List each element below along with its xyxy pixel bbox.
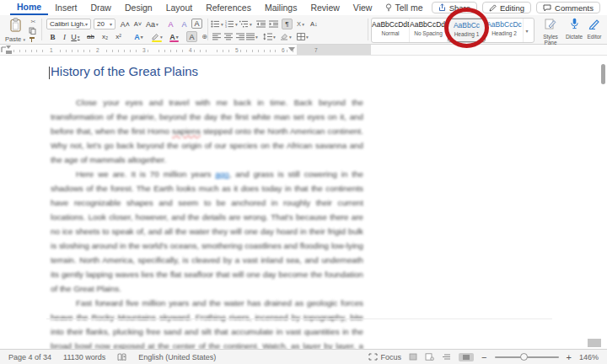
zoom-slider[interactable] <box>495 356 559 358</box>
editing-label: Editing <box>500 3 524 13</box>
view-draft-button-selected[interactable] <box>459 353 474 361</box>
faint-divider-line <box>46 318 552 319</box>
proofing-status-icon[interactable] <box>117 353 126 361</box>
zoom-out-button[interactable]: − <box>481 352 486 362</box>
clipboard-icon <box>9 18 22 32</box>
insert-symbol-button[interactable]: ⊕ <box>199 31 210 42</box>
bullets-button[interactable]: ▾ <box>211 19 223 29</box>
word-count[interactable]: 11130 words <box>63 353 105 361</box>
zoom-percentage[interactable]: 146% <box>579 353 599 361</box>
svg-text:3: 3 <box>225 25 227 28</box>
tab-references[interactable]: References <box>199 0 258 15</box>
shrink-font-button[interactable]: A˅ <box>132 19 143 29</box>
right-indent-marker[interactable] <box>288 47 295 51</box>
zoom-in-button[interactable]: + <box>567 352 572 362</box>
document-body-text[interactable]: Close your eyes and travel with me back … <box>51 95 363 349</box>
page-indicator[interactable]: Page 4 of 34 <box>8 353 51 361</box>
zoom-slider-thumb[interactable] <box>520 353 528 361</box>
character-shading-button[interactable]: A <box>186 31 197 42</box>
document-page[interactable]: History of the Great Plains Close your e… <box>0 56 607 349</box>
increase-indent-button[interactable] <box>268 19 279 29</box>
comments-button[interactable]: Comments <box>536 2 600 13</box>
styles-pane-icon <box>545 19 556 29</box>
tell-me-button[interactable]: Tell me <box>379 0 429 15</box>
editing-button[interactable]: Editing <box>482 2 531 13</box>
numbering-button[interactable]: 123▾ <box>225 19 238 29</box>
text-effects-button[interactable]: A▾ <box>133 31 144 42</box>
cut-icon[interactable]: ✂ <box>29 19 38 25</box>
document-title-heading[interactable]: History of the Great Plains <box>51 64 198 78</box>
align-right-button[interactable] <box>234 31 245 42</box>
bold-button[interactable]: B <box>47 31 58 42</box>
style-heading-2[interactable]: AaBbCcDc Heading 2 <box>486 19 524 42</box>
tab-mailings[interactable]: Mailings <box>258 0 304 15</box>
asian-layout-button[interactable]: X▾ <box>295 19 306 29</box>
tab-view[interactable]: View <box>346 0 379 15</box>
hyperlink-word[interactable]: ago <box>215 169 228 179</box>
clear-formatting-button[interactable]: A <box>165 19 176 29</box>
highlighter-icon <box>151 33 159 40</box>
paragraph-2[interactable]: Here we are. It is 70 million years ago,… <box>51 167 363 296</box>
copy-icon[interactable] <box>29 27 38 34</box>
underline-button[interactable]: U▾ <box>70 31 81 42</box>
tab-layout[interactable]: Layout <box>159 0 200 15</box>
font-color-button[interactable]: A▾ <box>169 31 180 42</box>
subscript-button[interactable]: x₂ <box>99 31 110 42</box>
highlight-color-button[interactable]: ▾ <box>151 31 163 42</box>
grow-font-button[interactable]: A˄ <box>120 19 131 29</box>
paragraph-3[interactable]: Fast forward five million years and the … <box>51 296 363 349</box>
align-center-button[interactable] <box>223 31 234 42</box>
borders-button[interactable]: ▾ <box>297 31 309 42</box>
styles-gallery-more-arrow[interactable]: ▾ <box>524 19 530 42</box>
focus-icon <box>368 353 378 361</box>
home-ribbon: Paste ▾ ✂ Calibri Ligh...▾ 20▾ A˄ A˅ Aa▾… <box>0 15 607 45</box>
align-left-button[interactable] <box>211 31 222 42</box>
style-normal[interactable]: AaBbCcDdEe Normal <box>372 19 410 42</box>
dictate-label: Dictate <box>566 34 583 40</box>
language-indicator[interactable]: English (United States) <box>138 353 216 361</box>
superscript-button[interactable]: x² <box>113 31 124 42</box>
microphone-icon <box>569 18 580 29</box>
line-spacing-button[interactable]: ▾ <box>263 31 276 42</box>
tab-review[interactable]: Review <box>304 0 346 15</box>
tab-draw[interactable]: Draw <box>83 0 118 15</box>
group-separator <box>41 19 42 40</box>
clipboard-mini-buttons: ✂ <box>29 19 38 42</box>
font-color-swatch <box>169 40 179 43</box>
style-heading2-label: Heading 2 <box>486 30 523 36</box>
style-heading-1[interactable]: AaBbCc Heading 1 <box>448 19 486 42</box>
tab-design[interactable]: Design <box>118 0 159 15</box>
editor-button[interactable]: Editor <box>583 18 605 40</box>
strikethrough-button[interactable]: ab <box>85 31 96 42</box>
view-print-layout-button[interactable] <box>425 353 434 361</box>
font-name-combobox[interactable]: Calibri Ligh...▾ <box>46 19 91 29</box>
font-size-combobox[interactable]: 20▾ <box>94 19 115 29</box>
italic-button[interactable]: I <box>59 31 70 42</box>
multilevel-list-button[interactable]: ▾ <box>239 19 252 29</box>
styles-pane-button[interactable]: StylesPane <box>538 18 563 46</box>
view-read-mode-button[interactable] <box>409 353 417 361</box>
justify-button[interactable]: ▾ <box>246 31 258 42</box>
tab-home[interactable]: Home <box>10 0 48 15</box>
paste-button[interactable]: Paste ▾ <box>4 18 26 43</box>
change-case-button[interactable]: Aa▾ <box>146 19 158 29</box>
shading-button[interactable]: ▾ <box>280 31 292 42</box>
share-button[interactable]: Share <box>432 2 477 13</box>
decrease-indent-button[interactable] <box>255 19 266 29</box>
show-paragraph-marks-button[interactable]: ¶ <box>282 19 293 29</box>
highlight-color-swatch <box>152 40 162 43</box>
tab-insert[interactable]: Insert <box>48 0 83 15</box>
phonetic-guide-button[interactable]: A <box>179 19 190 29</box>
paragraph-1[interactable]: Close your eyes and travel with me back … <box>51 95 363 167</box>
lightbulb-icon <box>385 3 392 12</box>
focus-label: Focus <box>381 353 402 361</box>
style-no-spacing-label: No Spacing <box>410 30 447 36</box>
character-border-button[interactable]: A <box>191 19 202 29</box>
format-painter-icon[interactable] <box>29 35 38 42</box>
vertical-scrollbar-thumb[interactable] <box>601 64 605 84</box>
focus-toggle[interactable]: Focus <box>368 353 402 361</box>
view-web-layout-button[interactable] <box>442 353 451 361</box>
misspelled-word[interactable]: sapiens <box>172 126 201 136</box>
style-no-spacing[interactable]: AaBbCcDdEe No Spacing <box>410 19 448 42</box>
sort-button[interactable]: A↓ <box>309 19 320 29</box>
